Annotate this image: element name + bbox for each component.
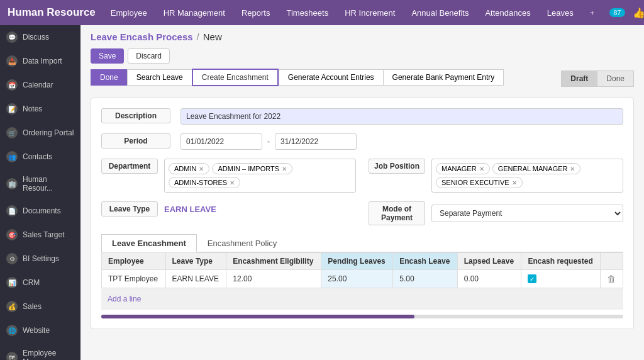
generate-account-entries-button[interactable]: Generate Account Entries: [279, 69, 383, 86]
sidebar-item-calendar[interactable]: 📅 Calendar: [0, 73, 80, 97]
tag-admin: ADMIN ✕: [169, 163, 209, 174]
sidebar-item-ordering-portal[interactable]: 🛒 Ordering Portal: [0, 121, 80, 145]
remove-senior-executive-tag[interactable]: ✕: [512, 179, 517, 186]
sidebar-item-sales[interactable]: 💰 Sales: [0, 295, 80, 318]
period-to-input[interactable]: [275, 133, 357, 150]
nav-hr-management[interactable]: HR Management: [161, 7, 228, 19]
cell-eligibility: 12.00: [226, 270, 321, 288]
create-encashment-button[interactable]: Create Encashment: [192, 69, 279, 86]
sidebar-label-crm: CRM: [23, 278, 40, 287]
save-button[interactable]: Save: [91, 48, 124, 64]
sidebar-label-documents: Documents: [23, 206, 61, 215]
leave-type-col: Leave Type EARN LEAVE: [101, 201, 356, 217]
col-encash-leave: Encash Leave: [393, 253, 457, 270]
progress-bar-container: [101, 315, 623, 318]
breadcrumb-link[interactable]: Leave Encash Process: [91, 31, 193, 42]
encash-requested-checkbox[interactable]: ✓: [528, 274, 536, 283]
app-brand: Human Resource: [8, 6, 96, 19]
sidebar-label-calendar: Calendar: [23, 81, 53, 89]
delete-row-icon[interactable]: 🗑: [607, 274, 616, 284]
job-position-tags-container: MANAGER ✕ GENERAL MANAGER ✕ SENIOR EXECU…: [431, 159, 623, 193]
remove-manager-tag[interactable]: ✕: [479, 166, 484, 172]
remove-admin-tag[interactable]: ✕: [199, 166, 204, 172]
breadcrumb: Leave Encash Process / New: [91, 31, 634, 42]
nav-items: Employee HR Management Reports Timesheet…: [108, 7, 597, 19]
sidebar-item-notes[interactable]: 📝 Notes: [0, 97, 80, 121]
sales-target-icon: 🎯: [6, 229, 18, 240]
table-row: TPT Employee EARN LEAVE 12.00 25.00 5.00…: [102, 270, 623, 288]
sidebar-item-sales-target[interactable]: 🎯 Sales Target: [0, 223, 80, 247]
nav-employee[interactable]: Employee: [108, 7, 150, 19]
bi-settings-icon: ⚙: [6, 253, 18, 264]
job-position-tags[interactable]: MANAGER ✕ GENERAL MANAGER ✕ SENIOR EXECU…: [431, 159, 623, 193]
cell-delete: 🗑: [601, 270, 623, 288]
leave-encashment-table: Employee Leave Type Encashment Eligibili…: [101, 252, 623, 288]
leave-mode-row: Leave Type EARN LEAVE Mode of Payment Se…: [101, 201, 623, 225]
col-leave-type: Leave Type: [165, 253, 226, 270]
sidebar-label-contacts: Contacts: [23, 152, 52, 161]
sidebar-item-contacts[interactable]: 👥 Contacts: [0, 145, 80, 169]
documents-icon: 📄: [6, 205, 18, 217]
search-leave-button[interactable]: Search Leave: [127, 69, 192, 86]
cell-lapsed-leave: 0.00: [457, 270, 521, 288]
sidebar-item-documents[interactable]: 📄 Documents: [0, 199, 80, 223]
sidebar-label-data-import: Data Import: [23, 57, 62, 65]
col-actions: [601, 253, 623, 270]
description-value: [180, 108, 623, 125]
department-tags[interactable]: ADMIN ✕ ADMIN – IMPORTS ✕ ADMIN-STORES ✕: [164, 159, 356, 193]
done-button[interactable]: Done: [91, 69, 127, 86]
tab-encashment-policy[interactable]: Encashment Policy: [197, 234, 288, 252]
nav-timesheets[interactable]: Timesheets: [284, 7, 331, 19]
thumbs-up-icon: 👍: [633, 7, 645, 19]
nav-plus[interactable]: +: [587, 7, 597, 19]
nav-attendances[interactable]: Attendances: [482, 7, 533, 19]
sidebar-item-human-resource[interactable]: 🏢 Human Resour...: [0, 169, 80, 199]
tab-leave-encashment[interactable]: Leave Encashment: [101, 234, 197, 252]
sidebar-item-employee-map[interactable]: 🗺 Employee Map...: [0, 342, 80, 360]
breadcrumb-separator: /: [197, 31, 199, 42]
ordering-portal-icon: 🛒: [6, 127, 18, 138]
add-line-button[interactable]: Add a line: [101, 291, 147, 307]
remove-admin-imports-tag[interactable]: ✕: [282, 166, 287, 172]
notification-badge[interactable]: 87: [609, 8, 625, 17]
remove-admin-stores-tag[interactable]: ✕: [230, 179, 235, 186]
tag-general-manager: GENERAL MANAGER ✕: [492, 163, 581, 174]
tag-manager: MANAGER ✕: [436, 163, 490, 174]
sidebar-label-ordering-portal: Ordering Portal: [23, 128, 74, 137]
status-pills: Draft Done: [561, 70, 634, 87]
sidebar-item-crm[interactable]: 📊 CRM: [0, 271, 80, 295]
remove-general-manager-tag[interactable]: ✕: [570, 166, 575, 172]
breadcrumb-current: New: [203, 31, 222, 42]
nav-reports[interactable]: Reports: [239, 7, 273, 19]
tag-senior-executive: SENIOR EXECUTIVE ✕: [436, 177, 523, 188]
sidebar-item-data-import[interactable]: 📥 Data Import: [0, 49, 80, 73]
nav-leaves[interactable]: Leaves: [545, 7, 576, 19]
date-separator: -: [267, 137, 270, 146]
mode-of-payment-value: Separate Payment: [431, 205, 623, 222]
nav-annual-benefits[interactable]: Annual Benefits: [409, 7, 471, 19]
toolbar: Leave Encash Process / New Save Discard …: [80, 25, 644, 91]
notes-icon: 📝: [6, 103, 18, 115]
sidebar-item-discuss[interactable]: 💬 Discuss: [0, 25, 80, 49]
sidebar-item-bi-settings[interactable]: ⚙ BI Settings: [0, 247, 80, 271]
generate-bank-payment-button[interactable]: Generate Bank Payment Entry: [383, 69, 504, 86]
employee-map-icon: 🗺: [6, 352, 18, 360]
add-line-row: Add a line: [101, 288, 623, 310]
sidebar-label-sales: Sales: [23, 302, 42, 311]
cell-encash-leave: 5.00: [393, 270, 457, 288]
period-from-input[interactable]: [180, 133, 262, 150]
sidebar-item-website[interactable]: 🌐 Website: [0, 318, 80, 342]
department-tags-container: ADMIN ✕ ADMIN – IMPORTS ✕ ADMIN-STORES ✕: [164, 159, 356, 193]
department-label: Department: [101, 159, 158, 174]
status-draft[interactable]: Draft: [561, 70, 597, 87]
nav-hr-increment[interactable]: HR Increment: [342, 7, 397, 19]
sidebar-label-employee-map: Employee Map...: [23, 349, 74, 360]
discard-button[interactable]: Discard: [128, 48, 170, 64]
date-range: -: [180, 133, 623, 150]
col-lapsed-leave: Lapsed Leave: [457, 253, 521, 270]
status-done[interactable]: Done: [597, 70, 634, 87]
tag-admin-stores: ADMIN-STORES ✕: [169, 177, 240, 188]
action-bar: Done Search Leave Create Encashment Gene…: [91, 69, 504, 86]
description-input[interactable]: [180, 108, 623, 125]
mode-of-payment-select[interactable]: Separate Payment: [431, 205, 623, 222]
